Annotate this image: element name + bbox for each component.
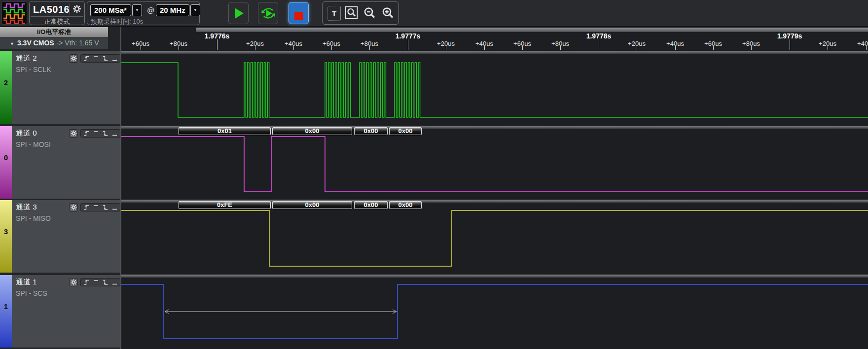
time-measure-arrow [165,310,397,314]
axis-tick-2 [217,39,217,50]
axis-tick-13 [637,45,637,50]
channel-settings-button[interactable] [69,129,78,138]
io-standard-value: 3.3V CMOS [17,39,54,47]
divider [70,3,70,15]
rising-edge-trigger-icon[interactable] [82,204,91,210]
decoded-byte-mosi-2: 0x00 [354,127,388,135]
channel-protocol-label: SPI - MISO [16,214,51,222]
waveform-sclk [121,63,868,117]
axis-tick-12 [599,39,599,50]
falling-edge-trigger-icon[interactable] [101,55,109,62]
axis-label-12: 1.9778s [586,32,612,40]
axis-tick-0 [141,45,141,50]
axis-tick-15 [713,45,714,50]
channel-settings-button[interactable] [69,203,78,211]
decoded-byte-miso-1: 0x00 [272,201,352,209]
axis-tick-17 [790,39,790,50]
io-level-setting[interactable]: ▼3.3V CMOS-> Vth: 1.65 V [0,37,108,49]
axis-tick-3 [255,45,255,50]
channel-row-content[interactable]: 通道 2SPI - SCLK [12,51,121,124]
at-symbol: @ [147,6,154,14]
channel-row-separator [121,274,868,278]
decoded-byte-miso-2: 0x00 [354,201,388,209]
zoom-to-selection-button[interactable] [345,6,358,21]
decoded-byte-mosi-1: 0x00 [272,127,352,135]
sample-rate-dropdown-arrow[interactable]: ▼ [132,4,142,16]
trigger-settings-group [80,129,120,138]
channel-name-label: 通道 3 [16,203,37,212]
axis-tick-6 [369,45,370,50]
divider [31,16,83,17]
rising-edge-trigger-icon[interactable] [82,130,91,137]
waveform-mosi [121,137,868,192]
expected-sample-time: 预期采样时间: 10s [91,17,143,26]
rising-edge-trigger-icon[interactable] [82,55,91,62]
channel-row-content[interactable]: 通道 0SPI - MOSI [12,126,121,199]
channel-settings-button[interactable] [69,54,78,63]
low-level-trigger-icon[interactable] [110,130,119,137]
axis-tick-18 [828,45,828,50]
axis-label-7: 1.9777s [396,32,421,40]
sample-rate-select[interactable]: 200 MSa* [90,4,131,16]
decoded-byte-miso-3: 0x00 [389,201,422,209]
device-panel: LA5016 正常模式 [29,1,85,25]
start-button[interactable] [228,2,249,24]
axis-tick-10 [522,45,523,50]
channel-number-label: 1 [0,302,12,311]
falling-edge-trigger-icon[interactable] [101,279,109,285]
zoom-tools-group: T [322,1,399,25]
io-vth-value: -> Vth: 1.65 V [57,39,99,47]
channel-color-strip: 1 [0,275,12,348]
channel-color-strip: 3 [0,200,12,273]
channel-number-label: 3 [0,227,12,236]
zoom-out-button[interactable] [362,6,377,21]
axis-tick-19 [866,45,867,50]
high-level-trigger-icon[interactable] [92,279,100,285]
high-level-trigger-icon[interactable] [92,204,100,210]
axis-label-17: 1.9779s [777,32,802,40]
rising-edge-trigger-icon[interactable] [82,279,91,285]
channel-name-label: 通道 0 [16,129,37,138]
channel-number-label: 0 [0,153,12,162]
axis-tick-16 [751,45,752,50]
falling-edge-trigger-icon[interactable] [101,130,109,137]
expander-icon[interactable]: ▼ [10,41,14,46]
decoded-byte-miso-0: 0xFE [179,201,271,209]
trigger-marker-tool-button[interactable]: T [327,6,341,21]
high-level-trigger-icon[interactable] [92,55,100,62]
sample-clock-dropdown-arrow[interactable]: ▼ [190,4,200,16]
device-settings-button[interactable] [71,3,83,15]
channel-number-label: 2 [0,78,12,87]
decoded-byte-mosi-0: 0x01 [179,127,271,135]
low-level-trigger-icon[interactable] [110,204,119,210]
channel-color-strip: 0 [0,126,12,199]
axis-tick-7 [408,39,408,50]
channel-row-2: 2通道 2SPI - SCLK [0,51,121,124]
channel-name-label: 通道 1 [16,278,37,287]
channel-settings-button[interactable] [69,278,78,286]
app-logo-icon [1,1,27,25]
channel-row-3: 3通道 3SPI - MISO [0,200,121,273]
low-level-trigger-icon[interactable] [110,279,119,285]
channel-row-1: 1通道 1SPI - SCS [0,275,121,348]
toolbar: LA5016 正常模式 200 MSa* ▼ @ 20 [0,0,868,27]
channel-row-separator [121,50,868,54]
low-level-trigger-icon[interactable] [110,55,119,62]
channel-row-content[interactable]: 通道 3SPI - MISO [12,200,121,273]
stop-button[interactable] [289,2,309,24]
zoom-in-button[interactable] [381,6,395,21]
axis-tick-5 [331,45,332,50]
axis-tick-9 [484,45,485,50]
channel-panel: 2通道 2SPI - SCLK0通道 0SPI - MOSI3通道 3SPI -… [0,26,121,349]
high-level-trigger-icon[interactable] [92,130,100,137]
io-level-header: I/O电平标准 [0,27,108,37]
falling-edge-trigger-icon[interactable] [101,204,109,210]
channel-protocol-label: SPI - SCLK [16,66,51,73]
axis-tick-8 [446,45,446,50]
device-mode-label: 正常模式 [30,17,84,26]
trigger-settings-group [80,203,120,211]
sample-clock-select[interactable]: 20 MHz [156,4,189,16]
loop-start-button[interactable] [258,2,278,24]
channel-row-content[interactable]: 通道 1SPI - SCS [12,275,121,348]
axis-tick-14 [675,45,676,50]
